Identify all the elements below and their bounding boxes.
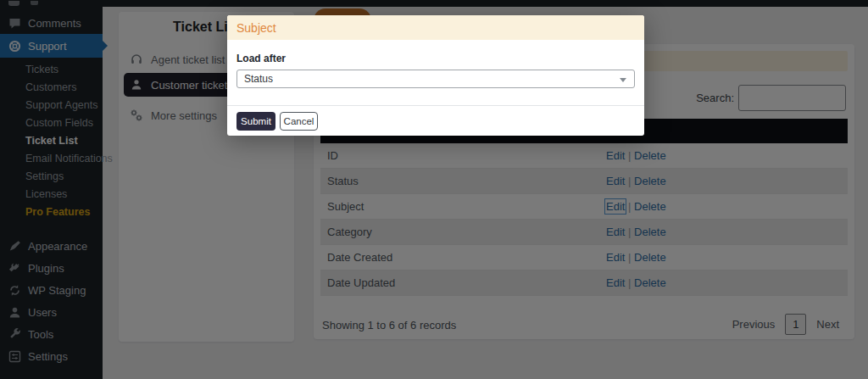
modal-body: Load after Status: [227, 40, 644, 88]
modal-divider: [227, 105, 644, 106]
cancel-button[interactable]: Cancel: [280, 112, 318, 131]
modal-header: Subject: [227, 15, 644, 40]
load-after-select[interactable]: Status: [236, 70, 635, 88]
modal-footer: Submit Cancel: [236, 112, 318, 131]
wordpress-admin-screen: Comments Support Tickets Customers Suppo…: [0, 0, 868, 379]
modal-title: Subject: [236, 21, 276, 35]
select-value: Status: [244, 73, 273, 85]
chevron-down-icon: [620, 78, 626, 82]
submit-button[interactable]: Submit: [236, 112, 275, 131]
load-after-label: Load after: [236, 53, 635, 64]
edit-column-modal: Subject Load after Status Submit Cancel: [227, 15, 644, 136]
